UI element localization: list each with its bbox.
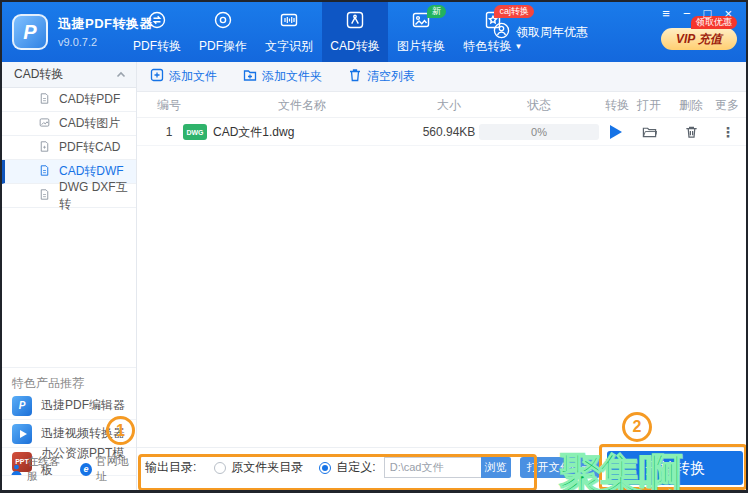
tab-label: PDF操作: [199, 38, 247, 55]
sidebar-item-label: PDF转CAD: [59, 139, 120, 156]
sidebar-item-dwg-dxf[interactable]: DWG DXF互转: [2, 184, 136, 208]
product-label: 迅捷PDF编辑器: [41, 397, 125, 414]
open-folder-icon[interactable]: [642, 124, 657, 139]
tab-pdf-convert[interactable]: PDF转换: [124, 2, 190, 62]
col-filename: 文件名称: [272, 96, 332, 113]
scan-lines-icon: [279, 10, 299, 34]
logo-letter: P: [23, 21, 36, 44]
sidebar-group-title: CAD转换: [14, 66, 116, 83]
output-path-input[interactable]: [384, 457, 481, 478]
video-converter-icon: [12, 424, 32, 444]
product-pdf-editor[interactable]: P 迅捷PDF编辑器: [2, 392, 136, 420]
sidebar-item-label: CAD转DWF: [59, 163, 124, 180]
output-dir-label: 输出目录:: [145, 459, 196, 476]
path-field-group: 浏览: [384, 457, 511, 478]
browse-button[interactable]: 浏览: [481, 457, 511, 478]
footer-label: 在线客服: [27, 454, 66, 484]
window-controls: ≡ − □ ×: [662, 6, 732, 22]
radio-custom-label[interactable]: 自定义:: [336, 459, 375, 476]
add-folder-label: 添加文件夹: [262, 68, 322, 85]
support-person-icon: [10, 463, 23, 476]
clear-list-button[interactable]: 清空列表: [348, 68, 415, 85]
tab-pdf-ops[interactable]: PDF操作: [190, 2, 256, 62]
recommend-title: 特色产品推荐: [12, 375, 84, 392]
more-options-icon[interactable]: ⋮: [721, 124, 735, 140]
globe-e-icon: e: [80, 463, 92, 476]
compass-icon: [345, 10, 365, 34]
document-icon: [38, 92, 51, 108]
swap-circle-icon: [147, 10, 167, 34]
add-folder-button[interactable]: 添加文件夹: [243, 68, 322, 85]
promo-label: 领取周年优惠: [516, 24, 588, 41]
pdf-editor-icon: P: [12, 396, 32, 416]
footer-label: 官网地址: [96, 454, 136, 484]
tab-label: 图片转换: [397, 38, 445, 55]
document-icon: [38, 164, 51, 180]
menu-icon[interactable]: ≡: [662, 6, 670, 22]
document-icon: [38, 188, 51, 204]
vip-area: 领取优惠 VIP 充值: [661, 28, 737, 50]
app-logo: P: [12, 14, 48, 50]
file-toolbar: 添加文件 添加文件夹 清空列表: [137, 62, 746, 92]
tab-label: PDF转换: [133, 38, 181, 55]
tab-label: CAD转换: [330, 38, 379, 55]
progress-bar: 0%: [479, 124, 599, 140]
sidebar-item-cad-to-image[interactable]: CAD转图片: [2, 112, 136, 136]
app-window: P 迅捷PDF转换器 v9.0.7.2 PDF转换 PDF操作: [0, 0, 748, 493]
add-file-icon: [150, 68, 164, 85]
sidebar-item-label: CAD转PDF: [59, 91, 120, 108]
sidebar-group-header[interactable]: CAD转换: [2, 62, 136, 88]
add-file-button[interactable]: 添加文件: [150, 68, 217, 85]
sidebar: CAD转换 CAD转PDF CAD转图片 PDF转CAD CAD转DWF DWG…: [2, 62, 137, 490]
convert-play-button[interactable]: [610, 125, 622, 139]
file-name: CAD文件1.dwg: [213, 123, 294, 140]
product-label: 迅捷视频转换器: [41, 425, 125, 442]
close-icon[interactable]: ×: [724, 6, 732, 22]
online-support-link[interactable]: 在线客服: [10, 454, 66, 484]
new-badge: 新: [427, 5, 446, 18]
start-convert-button[interactable]: 开始转换: [607, 451, 743, 485]
table-row: 1 DWG CAD文件1.dwg 560.94KB 0% ⋮: [137, 118, 746, 146]
sidebar-item-label: DWG DXF互转: [59, 179, 136, 213]
col-status: 状态: [509, 96, 569, 113]
person-circle-icon: [493, 22, 510, 42]
add-file-label: 添加文件: [169, 68, 217, 85]
top-bar: P 迅捷PDF转换器 v9.0.7.2 PDF转换 PDF操作: [2, 2, 746, 62]
maximize-icon[interactable]: □: [704, 6, 712, 22]
sidebar-footer: 在线客服 e 官网地址: [10, 454, 136, 484]
divider: [2, 367, 136, 368]
tab-ocr[interactable]: 文字识别: [256, 2, 322, 62]
col-more: 更多: [697, 96, 748, 113]
tab-image-convert[interactable]: 新 图片转换: [388, 2, 454, 62]
col-index: 编号: [139, 96, 199, 113]
sidebar-item-cad-to-pdf[interactable]: CAD转PDF: [2, 88, 136, 112]
dwg-file-icon: DWG: [183, 124, 207, 140]
add-folder-icon: [243, 68, 257, 85]
chevron-up-icon: [116, 66, 126, 84]
file-size: 560.94KB: [419, 125, 479, 139]
tab-label: 文字识别: [265, 38, 313, 55]
vip-recharge-button[interactable]: VIP 充值: [661, 28, 737, 50]
radio-custom[interactable]: [319, 462, 331, 474]
image-doc-icon: [38, 116, 51, 132]
tab-cad-convert[interactable]: CAD转换: [322, 2, 388, 62]
minimize-icon[interactable]: −: [683, 6, 691, 22]
radio-original-folder[interactable]: [214, 462, 226, 474]
sidebar-item-label: CAD转图片: [59, 115, 120, 132]
delete-trash-icon[interactable]: [684, 124, 699, 139]
anniversary-promo-link[interactable]: 领取周年优惠: [493, 2, 588, 62]
official-site-link[interactable]: e 官网地址: [80, 454, 136, 484]
clear-list-label: 清空列表: [367, 68, 415, 85]
sidebar-item-pdf-to-cad[interactable]: PDF转CAD: [2, 136, 136, 160]
col-size: 大小: [419, 96, 479, 113]
main-tabs: PDF转换 PDF操作 文字识别 CAD转换 新: [124, 2, 532, 62]
table-header: 编号 文件名称 大小 状态 转换 打开 删除 更多: [137, 92, 746, 118]
gear-circle-icon: [213, 10, 233, 34]
radio-original-label[interactable]: 原文件夹目录: [231, 459, 303, 476]
main-panel: 添加文件 添加文件夹 清空列表 编号 文件名称 大小 状态 转换 打开 删除 更…: [137, 62, 746, 490]
trash-icon: [348, 68, 362, 85]
open-file-directory-button[interactable]: 打开文件目录: [520, 457, 600, 478]
document-plus-icon: [38, 140, 51, 156]
